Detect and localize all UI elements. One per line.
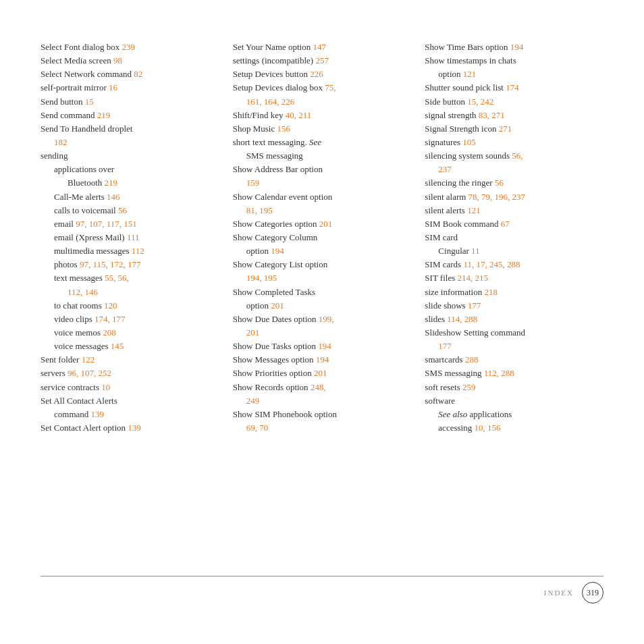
page-ref: 199, <box>319 314 334 324</box>
list-item: option 201 <box>233 299 412 313</box>
page-ref: 218 <box>484 287 498 297</box>
list-item: 159 <box>233 176 412 190</box>
column-2: Set Your Name option 147 settings (incom… <box>233 41 425 569</box>
list-item: multimedia messages 112 <box>41 244 219 258</box>
list-item: Shop Music 156 <box>233 122 412 136</box>
list-item: applications over <box>41 163 219 176</box>
list-item: calls to voicemail 56 <box>41 204 219 217</box>
list-item: self-portrait mirror 16 <box>41 81 219 95</box>
page-ref: 194, 195 <box>246 273 277 283</box>
list-item: Bluetooth 219 <box>41 176 219 190</box>
list-item: SMS messaging <box>233 149 412 163</box>
list-item: 201 <box>233 326 412 340</box>
list-item: Select Font dialog box 239 <box>41 41 219 54</box>
list-item: SMS messaging 112, 288 <box>425 367 603 380</box>
page-ref: 10, 156 <box>474 423 500 433</box>
page-ref: 147 <box>313 42 326 52</box>
page-ref: 239 <box>122 42 136 52</box>
footer-page-number: 319 <box>582 582 603 603</box>
list-item: Show Messages option 194 <box>233 353 412 367</box>
page-ref: 177 <box>468 300 481 311</box>
list-item: 249 <box>233 394 412 408</box>
list-item: Show Category List option <box>233 258 412 271</box>
page-ref: 83, 271 <box>479 110 505 120</box>
list-item: Shutter sound pick list 174 <box>425 81 603 95</box>
page-ref: 174 <box>506 82 519 92</box>
list-item: SIM Book command 67 <box>425 217 603 231</box>
page-ref: 194 <box>318 341 331 351</box>
page-ref: 55, 56, <box>105 273 129 283</box>
page-ref: 112, 288 <box>484 368 514 378</box>
page-ref: 16 <box>109 82 117 92</box>
page-ref: 159 <box>246 178 260 188</box>
list-item: Cingular 11 <box>425 244 603 258</box>
list-item: signatures 105 <box>425 136 603 149</box>
list-item: 112, 146 <box>41 286 219 299</box>
page-ref: 81, 195 <box>246 205 273 215</box>
list-item: Send button 15 <box>41 95 219 109</box>
page-ref: 201 <box>271 300 284 311</box>
list-item: option 121 <box>425 68 603 81</box>
list-item: Show Time Bars option 194 <box>425 41 603 54</box>
page-ref: 112, 146 <box>68 287 98 297</box>
list-item: Show Category Column <box>233 231 412 244</box>
page-ref: 201 <box>246 327 260 338</box>
list-item: slide shows 177 <box>425 299 603 313</box>
list-item: 177 <box>425 340 603 353</box>
index-columns: Select Font dialog box 239 Select Media … <box>41 41 603 569</box>
page-ref: 194 <box>271 246 284 256</box>
list-item: size information 218 <box>425 286 603 299</box>
list-item: Slideshow Setting command <box>425 326 603 340</box>
page-ref: 82 <box>134 69 142 79</box>
list-item: 237 <box>425 163 603 176</box>
list-item: Sent folder 122 <box>41 353 219 367</box>
list-item: Show SIM Phonebook option <box>233 408 412 421</box>
page-ref: 15 <box>85 97 94 107</box>
page-ref: 56, <box>512 151 522 161</box>
page-ref: 15, 242 <box>467 97 493 107</box>
list-item: video clips 174, 177 <box>41 313 219 326</box>
list-item: 81, 195 <box>233 204 412 217</box>
list-item: silencing the ringer 56 <box>425 176 603 190</box>
list-item: Show Due Tasks option 194 <box>233 340 412 353</box>
list-item: servers 96, 107, 252 <box>41 367 219 380</box>
list-item: voice memos 208 <box>41 326 219 340</box>
list-item: soft resets 259 <box>425 381 603 394</box>
page-ref: 40, 211 <box>286 110 312 120</box>
page-content: Select Font dialog box 239 Select Media … <box>0 0 644 644</box>
list-item: to chat rooms 120 <box>41 299 219 313</box>
list-item: Show timestamps in chats <box>425 54 603 68</box>
page-ref: 97, 115, 172, 177 <box>80 259 141 269</box>
page-ref: 237 <box>438 164 452 174</box>
list-item: Select Network command 82 <box>41 68 219 81</box>
page-ref: 105 <box>462 137 476 147</box>
page-ref: 114, 288 <box>447 314 477 324</box>
page-ref: 248, <box>311 382 326 392</box>
list-item: Setup Devices dialog box 75, <box>233 81 412 95</box>
list-item: silent alerts 121 <box>425 204 603 217</box>
page-ref: 10 <box>101 382 110 392</box>
list-item: voice messages 145 <box>41 340 219 353</box>
page-ref: 174, 177 <box>95 314 126 324</box>
page-ref: 139 <box>91 409 105 419</box>
page-ref: 112 <box>132 246 144 256</box>
list-item: 69, 70 <box>233 421 412 435</box>
page-footer: INDEX 319 <box>41 576 603 603</box>
page-ref: 201 <box>314 368 327 378</box>
page-ref: 271 <box>499 124 512 134</box>
list-item: Show Due Dates option 199, <box>233 313 412 326</box>
page-ref: 161, 164, 226 <box>246 97 295 107</box>
page-ref: 67 <box>501 219 510 229</box>
page-ref: 98 <box>113 55 122 65</box>
page-ref: 194 <box>510 42 524 52</box>
list-item: slides 114, 288 <box>425 313 603 326</box>
page-ref: 249 <box>246 396 260 406</box>
footer-label: INDEX <box>544 589 574 597</box>
list-item: Setup Devices button 226 <box>233 68 412 81</box>
list-item: photos 97, 115, 172, 177 <box>41 258 219 271</box>
page-ref: 177 <box>438 341 452 351</box>
page-ref: 97, 107, 117, 151 <box>76 219 137 229</box>
list-item: See also applications <box>425 408 603 421</box>
list-item: SIM card <box>425 231 603 244</box>
page-ref: 182 <box>54 137 68 147</box>
